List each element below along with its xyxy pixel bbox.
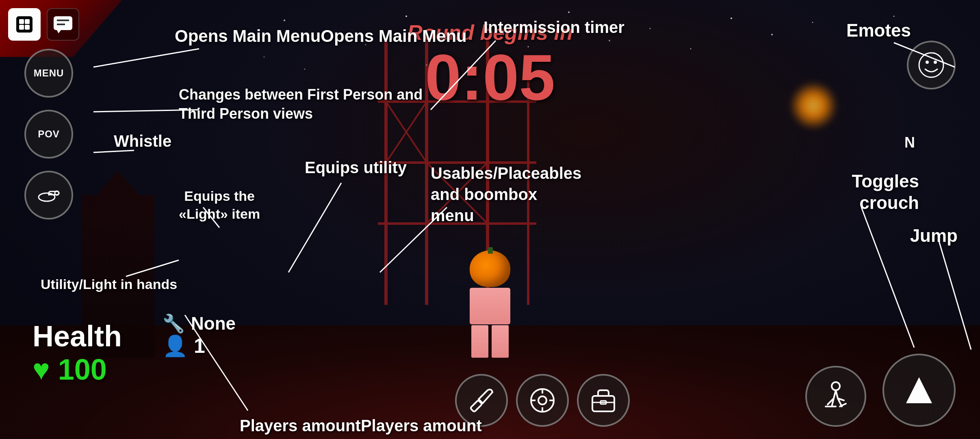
svg-rect-31 — [16, 16, 33, 33]
right-action-buttons — [805, 354, 956, 427]
pov-button[interactable]: POV — [24, 110, 73, 159]
health-display: Health ♥ 100 — [33, 319, 122, 386]
chat-icon — [53, 15, 73, 34]
roblox-logo-icon — [14, 14, 35, 35]
chat-button[interactable] — [47, 8, 79, 41]
annotation-equips-light: Equips the«Light» item — [179, 187, 260, 223]
svg-rect-36 — [54, 16, 72, 30]
settings-wrench-icon — [528, 386, 557, 415]
player-leg-right — [492, 325, 509, 358]
crouch-button[interactable] — [805, 366, 866, 427]
svg-rect-32 — [19, 19, 24, 24]
annotation-toggles-crouch: Togglescrouch — [852, 171, 919, 214]
svg-point-57 — [832, 382, 840, 390]
health-value-row: ♥ 100 — [33, 353, 122, 386]
svg-point-43 — [55, 191, 59, 195]
health-label: Health — [33, 319, 122, 353]
menu-button-label: MENU — [34, 67, 64, 79]
jump-button[interactable] — [882, 354, 956, 427]
annotation-equips-utility: Equips utility — [305, 159, 407, 177]
player-head-pumpkin — [470, 250, 510, 287]
wrench-small-icon: 🔧 — [163, 313, 185, 334]
roblox-logo[interactable] — [8, 8, 41, 41]
whistle-button[interactable] — [24, 171, 73, 220]
annotation-whistle: Whistle — [114, 132, 171, 150]
svg-point-44 — [919, 53, 943, 77]
utility-value: None — [191, 313, 236, 334]
emote-button[interactable] — [907, 41, 956, 89]
player-count-row: 👤 1 — [163, 334, 236, 358]
annotation-jump: Jump — [910, 226, 958, 246]
svg-rect-34 — [19, 25, 24, 30]
briefcase-icon — [589, 386, 618, 415]
usables-button[interactable] — [577, 374, 630, 427]
utility-display: 🔧 None 👤 1 — [163, 313, 236, 358]
svg-point-46 — [934, 61, 937, 64]
pov-button-label: POV — [38, 128, 60, 140]
emote-smiley-icon — [917, 51, 945, 79]
annotation-emotes: Emotes — [846, 20, 911, 41]
person-icon: 👤 — [163, 334, 188, 358]
firework-effect — [789, 81, 838, 130]
annotation-usables: Usables/Placeablesand boomboxmenu — [431, 163, 581, 226]
equip-wrench-button[interactable] — [516, 374, 569, 427]
annotation-players-amount: Players amountPlayers amount — [240, 417, 482, 435]
player-character — [462, 250, 518, 358]
svg-marker-60 — [906, 377, 932, 403]
player-legs — [462, 325, 518, 358]
health-number: 100 — [58, 353, 107, 386]
left-buttons-group: MENU POV — [24, 49, 73, 220]
player-leg-left — [471, 325, 488, 358]
timer-countdown: 0:05 — [407, 45, 572, 110]
wrench-icon — [467, 386, 496, 415]
annotation-utility-light: Utility/Light in hands — [41, 276, 177, 292]
utility-row: 🔧 None — [163, 313, 236, 334]
crouch-icon — [820, 380, 852, 413]
svg-point-49 — [538, 396, 546, 404]
player-torso — [470, 288, 510, 324]
player-body — [462, 250, 518, 358]
game-container: N — [0, 0, 980, 439]
svg-rect-47 — [470, 400, 482, 412]
heart-icon: ♥ — [33, 353, 50, 386]
annotation-changes-pov: Changes between First Person andThird Pe… — [179, 85, 423, 124]
whistle-icon — [37, 188, 61, 202]
annotation-intermission: Intermission timer — [483, 18, 624, 37]
menu-button[interactable]: MENU — [24, 49, 73, 98]
top-left-icons — [8, 8, 79, 41]
compass-indicator: N — [904, 134, 915, 151]
annotation-opens-main-menu: Opens Main MenuOpens Main Menu — [175, 26, 467, 46]
svg-rect-35 — [25, 25, 30, 30]
svg-rect-33 — [25, 19, 30, 24]
svg-point-45 — [926, 61, 929, 64]
jump-arrow-icon — [903, 374, 935, 406]
player-count: 1 — [194, 334, 205, 358]
svg-marker-39 — [57, 30, 61, 33]
